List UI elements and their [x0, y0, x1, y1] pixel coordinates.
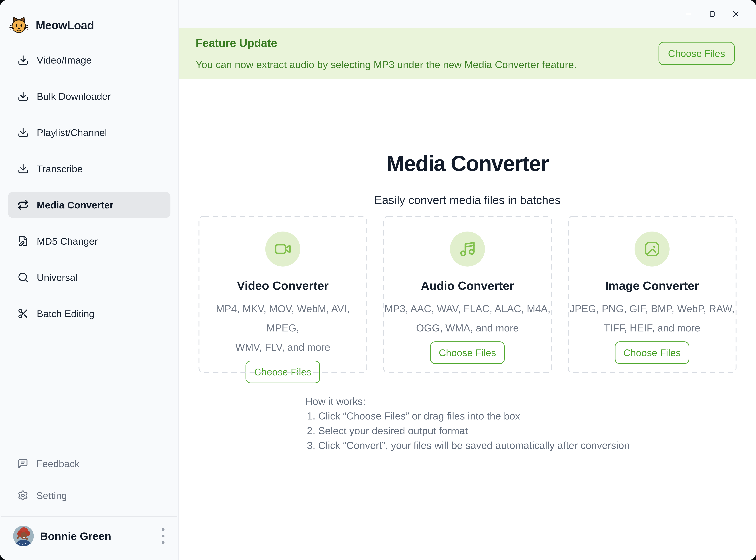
sidebar-item-label: Feedback: [36, 458, 79, 469]
sidebar-item-universal[interactable]: Universal: [8, 264, 171, 291]
sidebar-item-transcribe[interactable]: Transcribe: [8, 156, 171, 182]
sidebar-item-video-image[interactable]: Video/Image: [8, 47, 171, 73]
sidebar-item-label: MD5 Changer: [37, 236, 98, 247]
formats-line: TIFF, HEIF, and more: [570, 318, 735, 338]
sidebar-item-label: Media Converter: [37, 199, 114, 211]
banner-message: You can now extract audio by selecting M…: [196, 59, 577, 71]
image-icon: [643, 240, 661, 258]
video-icon-circle: [265, 232, 300, 266]
sidebar-item-md5-changer[interactable]: MD5 Changer: [8, 228, 171, 254]
how-it-works-title: How it works:: [305, 394, 630, 408]
sidebar-footer: Feedback Setting: [0, 451, 178, 508]
formats-line: WMV, FLV, and more: [198, 338, 367, 357]
download-icon: [18, 163, 29, 174]
sidebar-item-label: Bulk Downloader: [37, 91, 111, 102]
avatar: [13, 526, 34, 546]
user-row: Bonnie Green: [0, 517, 178, 560]
formats-line: MP3, AAC, WAV, FLAC, ALAC, M4A,: [384, 299, 551, 318]
how-it-works: How it works: 1. Click “Choose Files” or…: [305, 394, 630, 453]
app-brand: MeowLoad: [0, 0, 178, 35]
download-icon: [18, 127, 29, 138]
sidebar-item-label: Transcribe: [37, 163, 83, 175]
how-it-works-step: 3. Click “Convert”, your files will be s…: [307, 438, 630, 453]
sidebar-item-label: Universal: [37, 272, 78, 283]
converter-cards: Video Converter MP4, MKV, MOV, WebM, AVI…: [198, 216, 737, 373]
download-icon: [18, 91, 29, 102]
repeat-icon: [18, 199, 29, 211]
formats-line: JPEG, PNG, GIF, BMP, WebP, RAW,: [570, 299, 735, 318]
image-converter-card[interactable]: Image Converter JPEG, PNG, GIF, BMP, Web…: [568, 216, 737, 373]
how-it-works-step: 2. Select your desired output format: [307, 423, 630, 438]
audio-choose-files-button[interactable]: Choose Files: [430, 341, 505, 364]
audio-converter-card[interactable]: Audio Converter MP3, AAC, WAV, FLAC, ALA…: [383, 216, 552, 373]
titlebar: [179, 0, 756, 28]
user-name: Bonnie Green: [40, 530, 111, 542]
sidebar-nav: Video/Image Bulk Downloader Playlist/Cha…: [0, 47, 178, 327]
sidebar-item-feedback[interactable]: Feedback: [8, 451, 171, 477]
card-formats: JPEG, PNG, GIF, BMP, WebP, RAW, TIFF, HE…: [570, 299, 735, 338]
video-choose-files-button[interactable]: Choose Files: [245, 361, 320, 383]
audio-icon-circle: [450, 232, 485, 266]
download-icon: [18, 55, 29, 66]
card-title: Audio Converter: [421, 279, 514, 293]
image-choose-files-button[interactable]: Choose Files: [615, 341, 690, 364]
app-window: MeowLoad Video/Image Bulk Downloader Pla…: [0, 0, 756, 560]
sidebar-item-batch-editing[interactable]: Batch Editing: [8, 300, 171, 327]
page-title: Media Converter: [386, 151, 549, 177]
file-pen-icon: [18, 236, 29, 247]
card-formats: MP3, AAC, WAV, FLAC, ALAC, M4A, OGG, WMA…: [384, 299, 551, 338]
banner-title: Feature Update: [196, 37, 577, 49]
page-subtitle: Easily convert media files in batches: [374, 193, 560, 207]
feature-update-banner: Feature Update You can now extract audio…: [179, 28, 756, 79]
card-title: Video Converter: [237, 279, 329, 293]
sidebar-item-media-converter[interactable]: Media Converter: [8, 192, 171, 218]
sidebar-item-bulk-downloader[interactable]: Bulk Downloader: [8, 83, 171, 109]
close-button[interactable]: [731, 9, 741, 19]
formats-line: MP4, MKV, MOV, WebM, AVI, MPEG,: [198, 299, 367, 338]
banner-choose-files-button[interactable]: Choose Files: [658, 42, 735, 65]
video-camera-icon: [274, 240, 291, 258]
cat-logo-icon: [9, 15, 29, 35]
how-it-works-step: 1. Click “Choose Files” or drag files in…: [307, 408, 630, 423]
sidebar-item-label: Setting: [36, 490, 67, 501]
gear-icon: [18, 490, 28, 501]
media-converter-page: Media Converter Easily convert media fil…: [179, 79, 756, 560]
feedback-bubble-icon: [18, 458, 28, 469]
video-converter-card[interactable]: Video Converter MP4, MKV, MOV, WebM, AVI…: [198, 216, 367, 373]
main-area: Feature Update You can now extract audio…: [179, 0, 756, 560]
app-title: MeowLoad: [36, 19, 94, 32]
search-icon: [18, 272, 29, 283]
user-menu-kebab-icon[interactable]: [157, 526, 169, 546]
minimize-button[interactable]: [684, 9, 694, 19]
card-formats: MP4, MKV, MOV, WebM, AVI, MPEG, WMV, FLV…: [198, 299, 367, 357]
music-note-icon: [459, 240, 476, 258]
image-icon-circle: [635, 232, 670, 266]
sidebar-item-playlist-channel[interactable]: Playlist/Channel: [8, 119, 171, 146]
card-title: Image Converter: [605, 279, 699, 293]
maximize-button[interactable]: [707, 9, 717, 19]
formats-line: OGG, WMA, and more: [384, 318, 551, 338]
sidebar-item-label: Playlist/Channel: [37, 127, 107, 138]
sidebar-item-label: Video/Image: [37, 55, 92, 66]
sidebar-item-label: Batch Editing: [37, 308, 95, 319]
sidebar: MeowLoad Video/Image Bulk Downloader Pla…: [0, 0, 179, 560]
banner-text: Feature Update You can now extract audio…: [196, 37, 577, 71]
scissors-icon: [18, 308, 29, 319]
sidebar-item-setting[interactable]: Setting: [8, 482, 171, 508]
